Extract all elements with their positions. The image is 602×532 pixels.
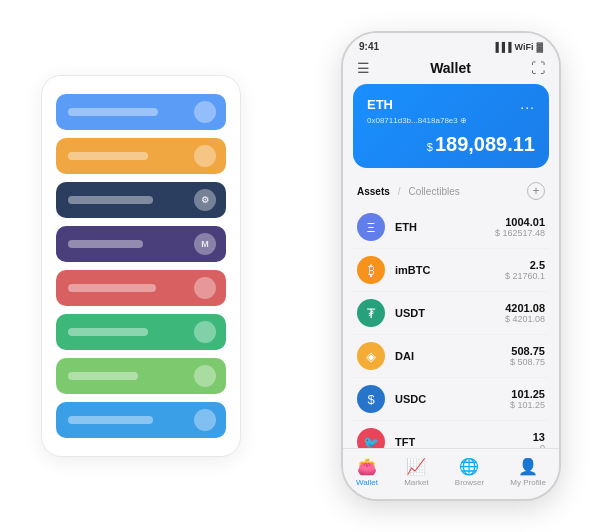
asset-amounts: 130 [533,431,545,448]
nav-icon-my-profile: 👤 [518,457,538,476]
card-stack: ⚙M [41,75,241,457]
card-item-text [68,240,143,248]
card-item-icon [194,409,216,431]
phone-header: ☰ Wallet ⛶ [343,56,559,84]
assets-header: Assets / Collectibles + [343,178,559,206]
status-bar: 9:41 ▐▐▐ WiFi ▓ [343,33,559,56]
asset-icon: ₮ [357,299,385,327]
asset-list: ΞETH1004.01$ 162517.48₿imBTC2.5$ 21760.1… [343,206,559,448]
list-item[interactable]: ₿imBTC2.5$ 21760.1 [353,249,549,292]
card-item-icon [194,145,216,167]
nav-icon-market: 📈 [406,457,426,476]
card-item-text [68,284,156,292]
card-item-icon [194,277,216,299]
eth-card-header: ETH ... [367,96,535,112]
scan-icon[interactable]: ⛶ [531,60,545,76]
asset-name: imBTC [395,264,495,276]
nav-label-market: Market [404,478,428,487]
asset-amounts: 508.75$ 508.75 [510,345,545,367]
card-item-text [68,196,153,204]
asset-amount-main: 4201.08 [505,302,545,314]
asset-amount-main: 101.25 [510,388,545,400]
tab-collectibles[interactable]: Collectibles [409,186,460,197]
eth-balance-currency: $ [427,141,433,153]
card-item[interactable] [56,358,226,394]
menu-icon[interactable]: ☰ [357,60,370,76]
list-item[interactable]: $USDC101.25$ 101.25 [353,378,549,421]
status-time: 9:41 [359,41,379,52]
battery-icon: ▓ [536,42,543,52]
asset-amounts: 1004.01$ 162517.48 [495,216,545,238]
eth-card[interactable]: ETH ... 0x08711d3b...8418a78e3 ⊕ $189,08… [353,84,549,168]
asset-amount-main: 2.5 [505,259,545,271]
nav-icon-wallet: 👛 [357,457,377,476]
list-item[interactable]: 🐦TFT130 [353,421,549,448]
card-item-text [68,328,148,336]
card-item[interactable]: ⚙ [56,182,226,218]
card-item-text [68,152,148,160]
eth-card-more-button[interactable]: ... [520,96,535,112]
asset-icon: $ [357,385,385,413]
asset-amounts: 101.25$ 101.25 [510,388,545,410]
tab-divider: / [398,186,401,197]
asset-amount-main: 13 [533,431,545,443]
eth-card-balance: $189,089.11 [367,133,535,156]
asset-icon: ◈ [357,342,385,370]
card-item-icon [194,321,216,343]
scene: ⚙M 9:41 ▐▐▐ WiFi ▓ ☰ Wallet ⛶ ETH ... 0x… [11,16,591,516]
nav-label-wallet: Wallet [356,478,378,487]
asset-name: TFT [395,436,523,448]
add-asset-button[interactable]: + [527,182,545,200]
assets-tabs: Assets / Collectibles [357,186,460,197]
card-item-text [68,416,153,424]
signal-icon: ▐▐▐ [492,42,511,52]
nav-item-my-profile[interactable]: 👤My Profile [510,457,546,487]
card-item-icon: ⚙ [194,189,216,211]
asset-amount-usd: $ 4201.08 [505,314,545,324]
card-item[interactable] [56,314,226,350]
list-item[interactable]: ◈DAI508.75$ 508.75 [353,335,549,378]
tab-assets[interactable]: Assets [357,186,390,197]
eth-card-title: ETH [367,97,393,112]
nav-label-my-profile: My Profile [510,478,546,487]
asset-amounts: 2.5$ 21760.1 [505,259,545,281]
asset-amounts: 4201.08$ 4201.08 [505,302,545,324]
wifi-icon: WiFi [515,42,534,52]
eth-balance-amount: 189,089.11 [435,133,535,155]
asset-icon: ₿ [357,256,385,284]
card-item[interactable] [56,138,226,174]
card-item[interactable] [56,270,226,306]
card-item-icon [194,365,216,387]
nav-icon-browser: 🌐 [459,457,479,476]
asset-amount-main: 1004.01 [495,216,545,228]
asset-amount-usd: $ 508.75 [510,357,545,367]
card-item-text [68,372,138,380]
phone-mockup: 9:41 ▐▐▐ WiFi ▓ ☰ Wallet ⛶ ETH ... 0x087… [341,31,561,501]
asset-name: ETH [395,221,485,233]
eth-card-address: 0x08711d3b...8418a78e3 ⊕ [367,116,535,125]
asset-amount-main: 508.75 [510,345,545,357]
asset-name: DAI [395,350,500,362]
nav-item-wallet[interactable]: 👛Wallet [356,457,378,487]
list-item[interactable]: ₮USDT4201.08$ 4201.08 [353,292,549,335]
asset-amount-usd: $ 162517.48 [495,228,545,238]
card-item-text [68,108,158,116]
nav-item-market[interactable]: 📈Market [404,457,428,487]
asset-icon: Ξ [357,213,385,241]
card-item[interactable] [56,402,226,438]
asset-amount-usd: $ 101.25 [510,400,545,410]
page-title: Wallet [430,60,471,76]
asset-amount-usd: $ 21760.1 [505,271,545,281]
list-item[interactable]: ΞETH1004.01$ 162517.48 [353,206,549,249]
asset-name: USDC [395,393,500,405]
asset-name: USDT [395,307,495,319]
card-item[interactable]: M [56,226,226,262]
nav-label-browser: Browser [455,478,484,487]
card-item-icon [194,101,216,123]
status-icons: ▐▐▐ WiFi ▓ [492,42,543,52]
nav-item-browser[interactable]: 🌐Browser [455,457,484,487]
card-item-icon: M [194,233,216,255]
bottom-nav: 👛Wallet📈Market🌐Browser👤My Profile [343,448,559,499]
asset-icon: 🐦 [357,428,385,448]
card-item[interactable] [56,94,226,130]
